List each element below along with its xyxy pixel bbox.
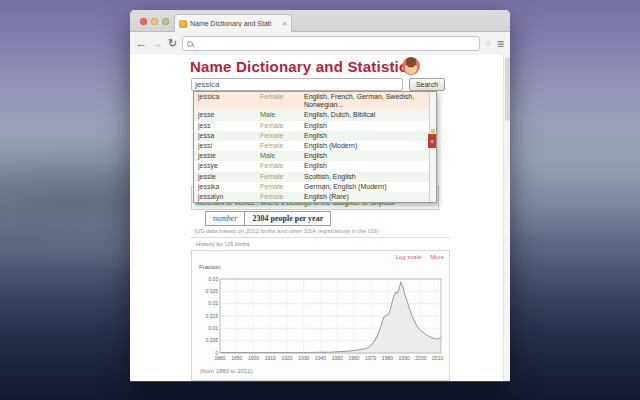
svg-text:1960: 1960 (348, 355, 359, 361)
svg-text:2000: 2000 (415, 355, 426, 361)
history-chart: 1880189019001910192019301940195019601970… (196, 274, 446, 364)
suggestion-name: jessie (198, 173, 260, 181)
suggestion-gender: Female (260, 193, 304, 201)
suggestion-gender: Female (260, 162, 304, 170)
svg-text:0.02: 0.02 (208, 300, 218, 306)
minimize-window-button[interactable] (151, 18, 158, 25)
suggestion-name: jessalyn (198, 193, 260, 201)
svg-text:0.025: 0.025 (205, 288, 218, 294)
svg-text:1940: 1940 (315, 355, 326, 361)
tab-close-icon[interactable]: × (282, 20, 287, 28)
bookmark-star-icon[interactable]: ☆ (485, 39, 492, 48)
suggestion-name: jesse (198, 111, 260, 119)
suggestion-row[interactable]: jessiFemaleEnglish (Modern) (194, 141, 436, 151)
zoom-window-button[interactable] (162, 18, 169, 25)
suggestion-name: jessa (198, 132, 260, 140)
tab-title: Name Dictionary and Stati (190, 20, 279, 27)
svg-text:1890: 1890 (231, 355, 242, 361)
svg-text:1920: 1920 (281, 355, 292, 361)
forward-button: → (152, 38, 163, 49)
suggestion-name: jessica (198, 93, 260, 101)
suggestion-languages: English, Dutch, Biblical (304, 111, 433, 119)
suggestion-row[interactable]: jessicaFemaleEnglish, French, German, Sw… (194, 92, 436, 110)
svg-text:1970: 1970 (365, 355, 376, 361)
history-panel: Log scaleMore Fraction 18801890190019101… (191, 250, 450, 381)
suggestion-row[interactable]: jessFemaleEnglish (194, 121, 436, 131)
stats-value: 2304 people per year (244, 211, 331, 226)
suggestion-languages: English (Rare) (304, 193, 433, 201)
suggestion-row[interactable]: jessieMaleEnglish (194, 151, 436, 161)
svg-text:1950: 1950 (332, 355, 343, 361)
suggestion-languages: English (304, 152, 433, 160)
page-scrollbar[interactable] (503, 55, 510, 382)
history-links: Log scaleMore (396, 254, 444, 260)
svg-text:1980: 1980 (382, 355, 393, 361)
search-icon (187, 41, 193, 47)
suggestion-row[interactable]: jessyeFemaleEnglish (194, 161, 436, 171)
window-controls (140, 18, 169, 25)
page-viewport: Name Dictionary and Statistic Search x j… (130, 55, 510, 382)
history-link[interactable]: More (430, 254, 444, 260)
desktop-wallpaper: Name Dictionary and Stati × ← → ↻ ☆ ≡ Na… (0, 0, 640, 400)
suggestion-gender: Female (260, 122, 304, 130)
search-button[interactable]: Search (409, 78, 445, 91)
dropdown-marker-dot (431, 129, 435, 133)
suggestion-languages: English (Modern) (304, 142, 433, 150)
suggestion-name: jess (198, 122, 260, 130)
suggestion-languages: English, French, German, Swedish, Norweg… (304, 93, 433, 109)
suggestion-languages: English (304, 122, 433, 130)
name-search-input[interactable] (191, 78, 403, 91)
history-link[interactable]: Log scale (396, 254, 422, 260)
suggestion-gender: Male (260, 111, 304, 119)
history-title: History for US births (196, 241, 250, 247)
svg-text:0.005: 0.005 (205, 337, 218, 343)
browser-window: Name Dictionary and Stati × ← → ↻ ☆ ≡ Na… (130, 10, 510, 382)
suggestion-name: jessye (198, 162, 260, 170)
back-button[interactable]: ← (136, 38, 147, 49)
suggestion-row[interactable]: jessieFemaleScottish, English (194, 172, 436, 182)
chart-ylabel: Fraction (199, 264, 221, 270)
suggestion-row[interactable]: jessaFemaleEnglish (194, 131, 436, 141)
reload-button[interactable]: ↻ (168, 38, 177, 49)
divider (191, 237, 450, 238)
svg-text:1910: 1910 (265, 355, 276, 361)
close-window-button[interactable] (140, 18, 147, 25)
suggestion-gender: Male (260, 152, 304, 160)
suggestion-languages: English (304, 162, 433, 170)
page-title: Name Dictionary and Statistic (190, 58, 408, 75)
suggestion-gender: Female (260, 183, 304, 191)
scrollbar-thumb[interactable] (505, 57, 510, 121)
stats-table: number 2304 people per year (205, 211, 331, 226)
suggestion-gender: Female (260, 132, 304, 140)
svg-text:1930: 1930 (298, 355, 309, 361)
svg-text:0.015: 0.015 (205, 313, 218, 319)
url-bar[interactable] (182, 36, 480, 51)
menu-icon[interactable]: ≡ (497, 38, 504, 50)
suggestion-row[interactable]: jessalynFemaleEnglish (Rare) (194, 192, 436, 202)
browser-toolbar: ← → ↻ ☆ ≡ (130, 32, 510, 55)
suggestion-name: jessika (198, 183, 260, 191)
suggestion-gender: Female (260, 93, 304, 101)
browser-tab[interactable]: Name Dictionary and Stati × (174, 14, 292, 32)
suggestion-row[interactable]: jesseMaleEnglish, Dutch, Biblical (194, 110, 436, 120)
suggestion-name: jessi (198, 142, 260, 150)
stats-note: (US data based on 2012 births and other … (194, 228, 378, 234)
suggestion-gender: Female (260, 173, 304, 181)
svg-text:1900: 1900 (248, 355, 259, 361)
svg-text:2010: 2010 (432, 355, 443, 361)
suggestion-name: jessie (198, 152, 260, 160)
suggestion-gender: Female (260, 142, 304, 150)
tab-favicon-icon (179, 20, 187, 28)
dropdown-close-icon[interactable]: x (428, 134, 436, 148)
suggestion-languages: German, English (Modern) (304, 183, 433, 191)
svg-text:0: 0 (215, 350, 218, 356)
suggestion-languages: Scottish, English (304, 173, 433, 181)
search-row: Search (191, 78, 445, 91)
autocomplete-dropdown: x jessicaFemaleEnglish, French, German, … (193, 91, 437, 203)
chart-caption: (from 1880 to 2012). (200, 368, 254, 374)
svg-text:0.03: 0.03 (208, 276, 218, 282)
stats-label: number (205, 211, 244, 226)
avatar (402, 57, 420, 75)
svg-text:0.01: 0.01 (208, 325, 218, 331)
suggestion-row[interactable]: jessikaFemaleGerman, English (Modern) (194, 182, 436, 192)
